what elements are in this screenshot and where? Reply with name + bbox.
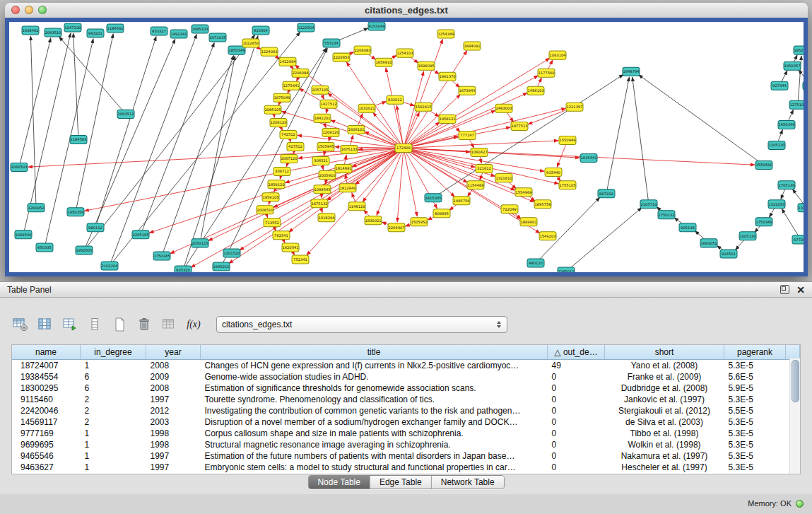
graph-node[interactable]: 1958121: [439, 115, 456, 123]
graph-node[interactable]: 1859120: [268, 180, 285, 189]
table-settings-icon[interactable]: [11, 315, 30, 334]
column-header[interactable]: pagerank: [724, 345, 786, 360]
graph-node[interactable]: 752341: [292, 255, 309, 264]
graph-node[interactable]: 1648794: [623, 67, 640, 76]
table-row[interactable]: 1872400712008Changes of HCN gene express…: [12, 360, 800, 372]
graph-node[interactable]: 1815345: [425, 194, 442, 202]
graph-node[interactable]: 1047230: [64, 23, 81, 32]
graph-node[interactable]: 1220653: [333, 53, 350, 62]
table-row[interactable]: 1938455462009Genome-wide association stu…: [12, 371, 800, 382]
graph-node[interactable]: 953327: [151, 27, 167, 35]
zoom-window-button[interactable]: [38, 6, 47, 14]
graph-node[interactable]: 306712: [273, 168, 290, 176]
graph-node[interactable]: 1814691: [335, 165, 352, 173]
graph-node[interactable]: 1673943: [459, 86, 476, 95]
graph-node[interactable]: 8153049: [368, 22, 385, 30]
close-panel-icon[interactable]: ✕: [796, 285, 805, 295]
graph-node[interactable]: 742512: [280, 130, 297, 139]
float-panel-icon[interactable]: [780, 285, 789, 294]
graph-node[interactable]: 1022650: [242, 39, 259, 47]
graph-node[interactable]: 1750132: [658, 211, 675, 219]
graph-node[interactable]: 1559581: [755, 161, 772, 170]
graph-node[interactable]: 1427512: [320, 100, 337, 108]
graph-node[interactable]: 1696095: [418, 62, 435, 70]
graph-node[interactable]: 1260952: [28, 204, 45, 212]
graph-node[interactable]: 963201: [87, 29, 104, 37]
graph-node[interactable]: 2085105: [264, 105, 281, 114]
graph-node[interactable]: 1099545: [314, 185, 331, 194]
graph-node[interactable]: 1554969: [515, 188, 532, 197]
graph-node[interactable]: 1693051: [700, 239, 717, 247]
graph-node[interactable]: 1275103: [789, 100, 804, 109]
column-header[interactable]: name: [12, 345, 81, 360]
graph-node[interactable]: 1495756: [453, 197, 470, 205]
graph-node[interactable]: 1638462: [22, 26, 39, 35]
graph-node[interactable]: 1122504: [298, 23, 314, 32]
graph-node[interactable]: 1685103: [192, 25, 208, 33]
table-row[interactable]: 1456911722003Disruption of a novel membe…: [12, 416, 800, 428]
graph-node[interactable]: 1209120: [322, 128, 339, 136]
graph-node[interactable]: 321612: [476, 165, 493, 173]
graph-node[interactable]: 2071035: [209, 33, 226, 42]
graph-node[interactable]: 1148120: [348, 202, 365, 211]
graph-node[interactable]: 1895756: [534, 200, 551, 209]
tab-network-table[interactable]: Network Table: [432, 476, 504, 489]
graph-node[interactable]: 2206083: [354, 46, 371, 54]
graph-node[interactable]: 2245012: [558, 267, 575, 272]
window-titlebar[interactable]: citations_edges.txt: [5, 3, 808, 18]
graph-node[interactable]: 2050115: [192, 239, 208, 247]
graph-node[interactable]: 1254349: [437, 30, 454, 38]
function-builder-icon[interactable]: f(x): [184, 315, 203, 334]
table-row[interactable]: 977716911998Corpus callosum shape and si…: [12, 428, 800, 439]
graph-node[interactable]: 2060503: [11, 163, 28, 172]
graph-node[interactable]: 1275641: [283, 81, 300, 90]
graph-node[interactable]: 1812640: [339, 184, 356, 192]
graph-node[interactable]: 2005910: [319, 171, 336, 180]
graph-node[interactable]: 1322050: [768, 200, 785, 209]
network-graph-canvas[interactable]: 1638462206351010472309632011184562953327…: [9, 22, 804, 272]
graph-node[interactable]: 1005130: [739, 232, 756, 240]
graph-node[interactable]: 1486103: [527, 86, 544, 95]
graph-node[interactable]: 1032021: [358, 104, 375, 112]
graph-node[interactable]: 2206084: [292, 69, 309, 77]
column-visibility-icon[interactable]: [36, 315, 54, 334]
graph-node[interactable]: 557234: [323, 39, 340, 47]
graph-node[interactable]: 722049: [501, 205, 518, 214]
column-header[interactable]: in_degree: [81, 345, 146, 360]
create-column-icon[interactable]: [110, 315, 129, 334]
graph-node[interactable]: 1950357: [784, 62, 801, 70]
graph-node[interactable]: 1620541: [282, 243, 299, 252]
graph-node[interactable]: 1018264: [318, 214, 335, 222]
graph-node[interactable]: 1664091: [464, 42, 481, 50]
graph-node[interactable]: 1060427: [471, 148, 488, 157]
graph-node[interactable]: 777147: [459, 131, 476, 139]
graph-node[interactable]: 1675049: [273, 93, 290, 102]
graph-node[interactable]: 1950356: [67, 208, 84, 216]
graph-node[interactable]: 1755105: [559, 181, 576, 189]
graph-node[interactable]: 2067120: [281, 155, 298, 163]
graph-node[interactable]: 1201520: [223, 249, 240, 257]
graph-node[interactable]: 1959105: [262, 193, 279, 201]
graph-node[interactable]: 1550949: [559, 136, 576, 144]
graph-node[interactable]: 1850346: [228, 46, 245, 54]
graph-node[interactable]: 1492241: [170, 30, 187, 38]
graph-node[interactable]: 2483003: [495, 104, 512, 112]
graph-node[interactable]: 867919: [598, 189, 615, 198]
graph-node[interactable]: 1675133: [341, 145, 358, 153]
table-selector-dropdown[interactable]: citations_edges.txt: [216, 316, 507, 333]
graph-node[interactable]: 819304: [252, 26, 269, 35]
graph-node[interactable]: 2105710: [640, 200, 657, 209]
table-row[interactable]: 2242004622012Investigating the contribut…: [12, 405, 800, 416]
graph-node[interactable]: 927344: [771, 81, 788, 90]
graph-node[interactable]: 1606121: [348, 125, 365, 134]
graph-node[interactable]: 713552: [264, 218, 281, 227]
column-header[interactable]: △ out_de…: [548, 345, 605, 360]
graph-node[interactable]: 306521: [312, 157, 329, 165]
graph-node[interactable]: 1422064: [279, 57, 296, 66]
graph-node[interactable]: 1224063: [261, 47, 278, 56]
column-header[interactable]: short: [605, 345, 724, 360]
graph-node[interactable]: 762541: [273, 231, 290, 240]
graph-node[interactable]: 1852103: [794, 46, 804, 54]
row-options-icon[interactable]: [86, 315, 104, 334]
graph-node[interactable]: 1254103: [396, 49, 413, 57]
